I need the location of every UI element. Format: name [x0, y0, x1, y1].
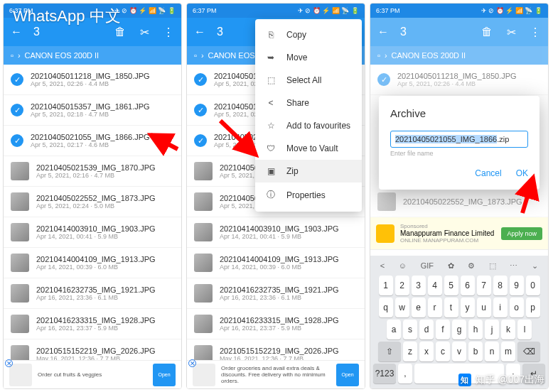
key[interactable]: k [501, 320, 515, 339]
key[interactable]: g [452, 320, 466, 339]
kb-toolbar-icon[interactable]: ✿ [448, 261, 454, 271]
more-icon[interactable]: ⋮ [161, 25, 176, 39]
key[interactable]: 4 [428, 276, 442, 295]
key[interactable]: d [419, 320, 434, 339]
kb-toolbar-icon[interactable]: ⌄ [532, 261, 538, 271]
key[interactable]: h [468, 320, 483, 339]
key[interactable]: o [510, 298, 524, 317]
key[interactable]: ⌫ [517, 342, 540, 361]
ad-logo[interactable]: Open [153, 364, 176, 386]
key[interactable]: 8 [493, 276, 508, 295]
key[interactable]: a [387, 320, 401, 339]
key[interactable]: c [436, 342, 450, 361]
menu-item-move-to-vault[interactable]: 🛡Move to Vault [255, 137, 362, 160]
key[interactable]: u [477, 298, 491, 317]
delete-icon[interactable]: 🗑 [113, 25, 127, 39]
kb-toolbar-icon[interactable]: ⋯ [510, 261, 517, 271]
file-row[interactable]: 20210416233315_IMG_1928.JPGApr 16, 2021,… [187, 309, 365, 339]
delete-icon[interactable]: 🗑 [480, 25, 494, 39]
key[interactable]: m [501, 342, 515, 361]
key[interactable]: b [468, 342, 483, 361]
kb-toolbar-icon[interactable]: ⚙ [468, 261, 475, 271]
ad-banner[interactable]: ✕ Order groceries and avail extra deals … [187, 360, 365, 388]
breadcrumb[interactable]: ▫ › CANON EOS 200D II [370, 46, 548, 65]
back-icon[interactable]: ← [193, 25, 207, 39]
file-row[interactable]: 20210405022552_IMG_1873.JPGApr 5, 2021, … [4, 187, 181, 217]
cancel-button[interactable]: Cancel [475, 168, 501, 178]
file-thumb-icon [11, 315, 29, 333]
key[interactable]: 2 [395, 276, 409, 295]
menu-item-add-to-favourites[interactable]: ☆Add to favourites [255, 114, 362, 137]
file-row[interactable]: 20210416233315_IMG_1928.JPGApr 16, 2021,… [4, 309, 181, 339]
file-row[interactable]: ✓20210405021055_IMG_1866.JPGApr 5, 2021,… [4, 126, 181, 156]
file-row[interactable]: 20210416232735_IMG_1921.JPGApr 16, 2021,… [187, 278, 365, 309]
key[interactable]: q [379, 298, 393, 317]
sponsored-ad[interactable]: Sponsored Manappuram Finance Limited ONL… [370, 217, 548, 250]
key[interactable]: 3 [412, 276, 426, 295]
file-row[interactable]: 20210414004109_IMG_1913.JPGApr 14, 2021,… [4, 248, 181, 278]
back-icon[interactable]: ← [376, 25, 390, 39]
key[interactable]: f [436, 320, 450, 339]
kb-toolbar-icon[interactable]: ⬚ [489, 261, 496, 271]
key[interactable]: w [395, 298, 409, 317]
kb-toolbar-icon[interactable]: < [380, 261, 385, 271]
menu-item-select-all[interactable]: ⬚Select All [255, 69, 362, 92]
cut-icon[interactable]: ✂ [504, 25, 518, 39]
ad-banner[interactable]: ✕ Order cut fruits & veggies Open [4, 360, 181, 388]
ad-logo[interactable]: Open [336, 364, 359, 386]
key[interactable]: j [485, 320, 499, 339]
menu-item-zip[interactable]: ▣Zip [255, 160, 362, 183]
key[interactable]: y [461, 298, 475, 317]
key[interactable]: n [485, 342, 499, 361]
menu-item-copy[interactable]: ⎘Copy [255, 23, 362, 46]
file-row[interactable]: 20210405021539_IMG_1870.JPGApr 5, 2021, … [4, 156, 181, 187]
breadcrumb[interactable]: ▫ › CANON EOS 200D II [4, 46, 181, 65]
menu-item-properties[interactable]: ⓘProperties [255, 183, 362, 207]
key[interactable]: e [412, 298, 426, 317]
key[interactable]: p [526, 298, 540, 317]
back-icon[interactable]: ← [9, 25, 23, 39]
key[interactable]: s [403, 320, 417, 339]
file-row[interactable]: ✓20210405015357_IMG_1861.JPGApr 5, 2021,… [4, 95, 181, 126]
file-row[interactable]: 20210414004109_IMG_1913.JPGApr 14, 2021,… [187, 248, 365, 278]
menu-item-move[interactable]: ➥Move [255, 46, 362, 69]
file-row[interactable]: ✓20210405011218_IMG_1850.JPGApr 5, 2021,… [4, 65, 181, 95]
cut-icon[interactable]: ✂ [137, 25, 151, 39]
soft-keyboard[interactable]: <☺GIF✿⚙⬚⋯⌄ 1234567890 qwertyuiop asdfghj… [370, 256, 548, 388]
key[interactable]: 1 [379, 276, 393, 295]
filename-selected: 20210405021055_IMG_1866 [395, 135, 497, 143]
more-icon[interactable]: ⋮ [528, 25, 542, 39]
key[interactable]: t [444, 298, 458, 317]
key[interactable]: ?123 [373, 364, 396, 383]
key[interactable]: 9 [510, 276, 524, 295]
ad-close-icon[interactable]: ✕ [5, 359, 13, 367]
ad-close-icon[interactable]: ✕ [188, 359, 196, 367]
file-list[interactable]: ✓20210405011218_IMG_1850.JPGApr 5, 2021,… [4, 65, 181, 389]
file-row[interactable]: 20210414003910_IMG_1903.JPGApr 14, 2021,… [187, 217, 365, 248]
file-list: ✓20210405011218_IMG_1850.JPGApr 5, 2021,… [370, 65, 548, 95]
ad-apply-button[interactable]: Apply now [501, 227, 542, 240]
ad-label: Sponsored [400, 223, 495, 229]
key[interactable]: z [403, 342, 417, 361]
file-thumb-icon [194, 254, 213, 272]
key[interactable]: i [493, 298, 508, 317]
key[interactable]: ⇧ [378, 342, 401, 361]
filename-input[interactable]: 20210405021055_IMG_1866.zip [390, 131, 528, 148]
key[interactable]: 6 [461, 276, 475, 295]
file-row[interactable]: ✓20210405011218_IMG_1850.JPGApr 5, 2021,… [370, 65, 548, 95]
kb-toolbar-icon[interactable]: ☺ [399, 261, 407, 271]
key[interactable]: 0 [526, 276, 540, 295]
key[interactable]: x [419, 342, 434, 361]
key[interactable]: 5 [444, 276, 458, 295]
kb-toolbar-icon[interactable]: GIF [421, 261, 434, 271]
key[interactable]: v [452, 342, 466, 361]
key[interactable]: l [517, 320, 532, 339]
key[interactable]: 7 [477, 276, 491, 295]
key[interactable]: r [428, 298, 442, 317]
file-row[interactable]: 20210416232735_IMG_1921.JPGApr 16, 2021,… [4, 278, 181, 309]
key[interactable]: , [398, 364, 412, 383]
file-name: 20210416233315_IMG_1928.JPG [36, 316, 174, 325]
menu-item-share[interactable]: <Share [255, 92, 362, 114]
file-row[interactable]: 20210414003910_IMG_1903.JPGApr 14, 2021,… [4, 217, 181, 248]
ok-button[interactable]: OK [516, 168, 528, 178]
